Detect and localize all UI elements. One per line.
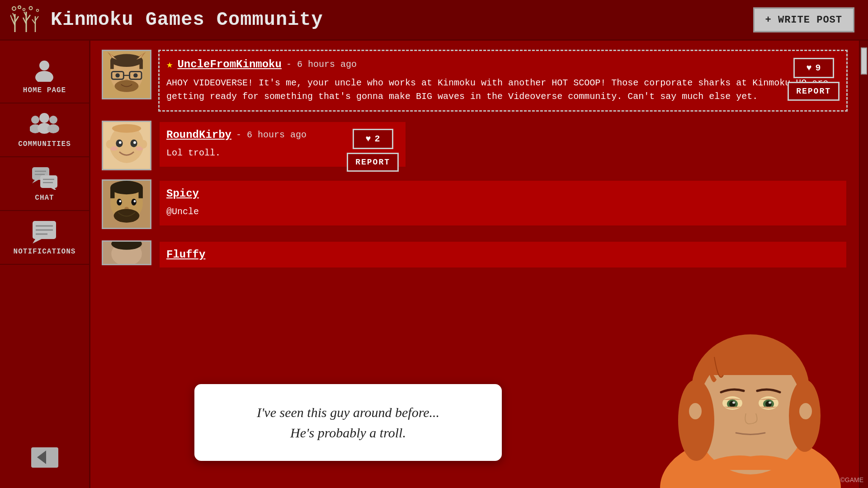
like-count-uncle: 9: [816, 63, 821, 73]
report-button-roundkirby[interactable]: REPORT: [347, 153, 399, 172]
svg-point-67: [140, 140, 147, 149]
sidebar-item-chat[interactable]: CHAT: [0, 157, 89, 211]
post-header-uncle: ★ UncleFromKinmoku - 6 hours ago: [166, 58, 840, 71]
dialogue-box: I've seen this guy around before...He's …: [194, 384, 502, 461]
svg-point-52: [133, 73, 137, 77]
avatar-fluffy: [102, 240, 151, 265]
svg-point-96: [769, 402, 771, 404]
svg-rect-46: [110, 61, 114, 69]
svg-rect-28: [40, 175, 57, 188]
post-roundkirby: RoundKirby - 6 hours ago Lol troll. ♥ 2 …: [102, 121, 848, 170]
svg-point-45: [110, 54, 143, 67]
svg-marker-27: [32, 180, 38, 183]
logo-area: Kinmoku Games Community: [9, 4, 323, 36]
post-body-uncle: AHOY VIDEOVERSE! It's me, your uncle who…: [166, 76, 840, 103]
svg-marker-35: [33, 239, 42, 244]
post-header-spicy: Spicy: [166, 188, 840, 200]
avatar-uncle: [102, 50, 151, 99]
post-time-roundkirby: - 6 hours ago: [236, 130, 307, 140]
svg-point-24: [49, 116, 57, 124]
dialogue-text: I've seen this guy around before...He's …: [217, 402, 479, 443]
svg-point-14: [23, 9, 25, 11]
svg-point-13: [18, 6, 21, 9]
svg-point-59: [112, 124, 141, 133]
post-star-uncle: ★: [166, 58, 173, 71]
like-button-roundkirby[interactable]: ♥ 2: [353, 129, 393, 149]
post-card-fluffy: Fluffy: [158, 240, 848, 267]
dialogue-overlay: I've seen this guy around before...He's …: [0, 334, 868, 488]
svg-point-15: [29, 7, 32, 10]
post-actions-roundkirby: ♥ 2 REPORT: [347, 129, 399, 172]
post-actions-uncle: ♥ 9 REPORT: [788, 58, 840, 101]
post-body-spicy: @Uncle: [166, 205, 840, 219]
svg-point-20: [31, 116, 39, 124]
svg-rect-47: [139, 61, 143, 69]
sidebar-home-label: HOME PAGE: [23, 86, 66, 94]
svg-point-22: [39, 113, 49, 123]
sidebar-item-notifications[interactable]: NOTIFICATIONS: [0, 211, 89, 265]
scrollbar-thumb[interactable]: [861, 47, 867, 75]
report-button-uncle[interactable]: REPORT: [788, 82, 840, 101]
svg-point-98: [799, 403, 812, 419]
svg-point-70: [110, 181, 143, 194]
svg-rect-72: [138, 188, 142, 198]
like-button-uncle[interactable]: ♥ 9: [793, 58, 834, 78]
like-count-roundkirby: 2: [375, 134, 380, 144]
svg-point-16: [36, 9, 38, 12]
svg-point-73: [117, 199, 122, 206]
header: Kinmoku Games Community + WRITE POST: [0, 0, 868, 41]
svg-rect-19: [38, 74, 51, 82]
sidebar-notifications-label: NOTIFICATIONS: [14, 248, 76, 256]
character-portrait: [633, 316, 868, 488]
post-username-spicy[interactable]: Spicy: [166, 188, 199, 200]
svg-point-76: [134, 200, 136, 202]
post-card-roundkirby: RoundKirby - 6 hours ago Lol troll. ♥ 2 …: [158, 121, 407, 168]
app-title: Kinmoku Games Community: [51, 9, 323, 31]
sidebar-communities-label: COMMUNITIES: [18, 140, 71, 148]
svg-point-95: [732, 402, 735, 404]
svg-line-4: [10, 15, 12, 19]
post-time-uncle: - 6 hours ago: [286, 59, 357, 70]
svg-point-17: [39, 61, 49, 70]
svg-point-12: [12, 7, 16, 10]
post-card-spicy: Spicy @Uncle: [158, 179, 848, 227]
post-card-uncle: ★ UncleFromKinmoku - 6 hours ago AHOY VI…: [158, 50, 848, 112]
svg-point-66: [106, 140, 113, 149]
post-username-fluffy[interactable]: Fluffy: [166, 249, 205, 261]
communities-icon: [29, 112, 61, 136]
write-post-button[interactable]: + WRITE POST: [753, 7, 854, 32]
notifications-icon: [29, 219, 61, 244]
sidebar-item-communities[interactable]: COMMUNITIES: [0, 103, 89, 157]
post-username-roundkirby[interactable]: RoundKirby: [166, 129, 231, 141]
watermark: ©GAME: [840, 476, 863, 483]
svg-point-97: [689, 403, 702, 419]
avatar-spicy: [102, 179, 151, 229]
svg-point-25: [47, 124, 59, 133]
post-uncle: ★ UncleFromKinmoku - 6 hours ago AHOY VI…: [102, 50, 848, 112]
avatar-roundkirby: [102, 121, 151, 170]
post-username-uncle[interactable]: UncleFromKinmoku: [177, 58, 281, 70]
svg-marker-29: [51, 188, 57, 190]
sidebar-chat-label: CHAT: [35, 194, 54, 202]
chat-icon: [29, 165, 61, 190]
post-fluffy: Fluffy: [102, 240, 848, 267]
home-page-icon: [29, 58, 61, 83]
svg-point-63: [133, 141, 136, 144]
heart-icon-uncle: ♥: [807, 63, 812, 73]
heart-icon-roundkirby: ♥: [366, 134, 371, 144]
post-spicy: Spicy @Uncle: [102, 179, 848, 231]
svg-rect-71: [110, 188, 114, 198]
sidebar-item-home-page[interactable]: HOME PAGE: [0, 50, 89, 103]
svg-point-75: [119, 200, 121, 202]
svg-point-62: [119, 141, 122, 144]
svg-point-87: [678, 380, 714, 461]
svg-point-74: [131, 199, 136, 206]
svg-point-51: [115, 73, 119, 77]
logo-icon: [9, 4, 45, 36]
